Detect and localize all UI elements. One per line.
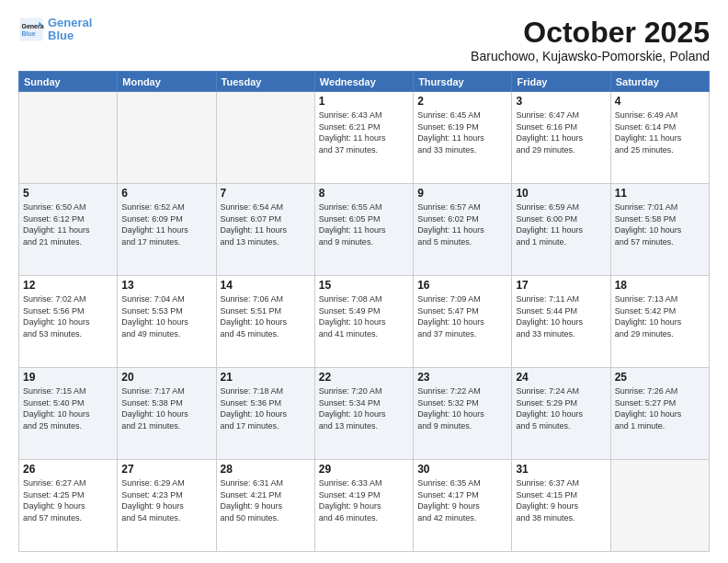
calendar-day-7: 7Sunrise: 6:54 AM Sunset: 6:07 PM Daylig… [216, 184, 314, 276]
svg-rect-0 [19, 18, 42, 41]
day-number: 5 [23, 187, 113, 200]
day-info: Sunrise: 7:26 AM Sunset: 5:27 PM Dayligh… [615, 385, 705, 431]
day-info: Sunrise: 7:06 AM Sunset: 5:51 PM Dayligh… [221, 293, 311, 339]
day-info: Sunrise: 6:57 AM Sunset: 6:02 PM Dayligh… [417, 201, 507, 247]
day-number: 19 [23, 371, 113, 384]
calendar-week-row: 1Sunrise: 6:43 AM Sunset: 6:21 PM Daylig… [19, 92, 710, 184]
calendar-day-9: 9Sunrise: 6:57 AM Sunset: 6:02 PM Daylig… [414, 184, 512, 276]
logo-text: General Blue [48, 17, 92, 43]
day-number: 10 [516, 187, 606, 200]
calendar-day-6: 6Sunrise: 6:52 AM Sunset: 6:09 PM Daylig… [118, 184, 216, 276]
calendar-day-11: 11Sunrise: 7:01 AM Sunset: 5:58 PM Dayli… [610, 184, 709, 276]
day-number: 13 [121, 279, 211, 292]
calendar-day-13: 13Sunrise: 7:04 AM Sunset: 5:53 PM Dayli… [118, 276, 216, 368]
day-number: 11 [615, 187, 705, 200]
calendar-day-16: 16Sunrise: 7:09 AM Sunset: 5:47 PM Dayli… [414, 276, 512, 368]
weekday-header-monday: Monday [118, 72, 216, 92]
day-info: Sunrise: 7:04 AM Sunset: 5:53 PM Dayligh… [121, 293, 211, 339]
day-number: 30 [417, 463, 507, 476]
day-info: Sunrise: 7:11 AM Sunset: 5:44 PM Dayligh… [516, 293, 606, 339]
calendar-day-26: 26Sunrise: 6:27 AM Sunset: 4:25 PM Dayli… [19, 460, 118, 552]
day-info: Sunrise: 6:37 AM Sunset: 4:15 PM Dayligh… [516, 477, 606, 523]
day-number: 22 [319, 371, 409, 384]
day-info: Sunrise: 6:54 AM Sunset: 6:07 PM Dayligh… [221, 201, 311, 247]
calendar-day-30: 30Sunrise: 6:35 AM Sunset: 4:17 PM Dayli… [414, 460, 512, 552]
weekday-header-friday: Friday [512, 72, 610, 92]
weekday-header-sunday: Sunday [19, 72, 118, 92]
calendar-day-5: 5Sunrise: 6:50 AM Sunset: 6:12 PM Daylig… [19, 184, 118, 276]
calendar-day-15: 15Sunrise: 7:08 AM Sunset: 5:49 PM Dayli… [314, 276, 413, 368]
day-info: Sunrise: 6:50 AM Sunset: 6:12 PM Dayligh… [23, 201, 113, 247]
calendar-day-10: 10Sunrise: 6:59 AM Sunset: 6:00 PM Dayli… [512, 184, 610, 276]
day-number: 9 [417, 187, 507, 200]
day-info: Sunrise: 6:33 AM Sunset: 4:19 PM Dayligh… [319, 477, 409, 523]
day-info: Sunrise: 7:17 AM Sunset: 5:38 PM Dayligh… [121, 385, 211, 431]
title-block: October 2025 Baruchowo, Kujawsko-Pomorsk… [471, 17, 710, 63]
day-info: Sunrise: 6:29 AM Sunset: 4:23 PM Dayligh… [121, 477, 211, 523]
day-number: 24 [516, 371, 606, 384]
day-number: 7 [221, 187, 311, 200]
calendar-day-18: 18Sunrise: 7:13 AM Sunset: 5:42 PM Dayli… [610, 276, 709, 368]
day-number: 3 [516, 95, 606, 108]
day-number: 16 [417, 279, 507, 292]
calendar-week-row: 26Sunrise: 6:27 AM Sunset: 4:25 PM Dayli… [19, 460, 710, 552]
day-number: 25 [615, 371, 705, 384]
day-number: 17 [516, 279, 606, 292]
calendar-day-12: 12Sunrise: 7:02 AM Sunset: 5:56 PM Dayli… [19, 276, 118, 368]
calendar-week-row: 5Sunrise: 6:50 AM Sunset: 6:12 PM Daylig… [19, 184, 710, 276]
calendar-day-1: 1Sunrise: 6:43 AM Sunset: 6:21 PM Daylig… [314, 92, 413, 184]
day-number: 20 [121, 371, 211, 384]
day-number: 15 [319, 279, 409, 292]
weekday-header-row: SundayMondayTuesdayWednesdayThursdayFrid… [19, 72, 710, 92]
day-info: Sunrise: 7:13 AM Sunset: 5:42 PM Dayligh… [615, 293, 705, 339]
day-info: Sunrise: 7:24 AM Sunset: 5:29 PM Dayligh… [516, 385, 606, 431]
calendar-day-20: 20Sunrise: 7:17 AM Sunset: 5:38 PM Dayli… [118, 368, 216, 460]
day-number: 21 [221, 371, 311, 384]
day-info: Sunrise: 6:27 AM Sunset: 4:25 PM Dayligh… [23, 477, 113, 523]
weekday-header-tuesday: Tuesday [216, 72, 314, 92]
day-number: 29 [319, 463, 409, 476]
weekday-header-wednesday: Wednesday [314, 72, 413, 92]
calendar-day-24: 24Sunrise: 7:24 AM Sunset: 5:29 PM Dayli… [512, 368, 610, 460]
calendar-day-19: 19Sunrise: 7:15 AM Sunset: 5:40 PM Dayli… [19, 368, 118, 460]
calendar-day-29: 29Sunrise: 6:33 AM Sunset: 4:19 PM Dayli… [314, 460, 413, 552]
calendar-day-14: 14Sunrise: 7:06 AM Sunset: 5:51 PM Dayli… [216, 276, 314, 368]
page: General Blue General Blue October 2025 B… [0, 0, 728, 563]
calendar-day-23: 23Sunrise: 7:22 AM Sunset: 5:32 PM Dayli… [414, 368, 512, 460]
weekday-header-thursday: Thursday [414, 72, 512, 92]
month-title: October 2025 [471, 17, 710, 49]
day-number: 27 [121, 463, 211, 476]
day-info: Sunrise: 7:02 AM Sunset: 5:56 PM Dayligh… [23, 293, 113, 339]
day-info: Sunrise: 7:08 AM Sunset: 5:49 PM Dayligh… [319, 293, 409, 339]
day-info: Sunrise: 7:15 AM Sunset: 5:40 PM Dayligh… [23, 385, 113, 431]
day-number: 12 [23, 279, 113, 292]
calendar-day-4: 4Sunrise: 6:49 AM Sunset: 6:14 PM Daylig… [610, 92, 709, 184]
day-info: Sunrise: 6:31 AM Sunset: 4:21 PM Dayligh… [221, 477, 311, 523]
day-number: 4 [615, 95, 705, 108]
day-info: Sunrise: 7:20 AM Sunset: 5:34 PM Dayligh… [319, 385, 409, 431]
logo-icon: General Blue [18, 17, 44, 42]
calendar-empty [610, 460, 709, 552]
calendar-day-3: 3Sunrise: 6:47 AM Sunset: 6:16 PM Daylig… [512, 92, 610, 184]
day-number: 26 [23, 463, 113, 476]
day-number: 23 [417, 371, 507, 384]
day-info: Sunrise: 6:59 AM Sunset: 6:00 PM Dayligh… [516, 201, 606, 247]
header: General Blue General Blue October 2025 B… [18, 17, 710, 63]
calendar-day-8: 8Sunrise: 6:55 AM Sunset: 6:05 PM Daylig… [314, 184, 413, 276]
calendar-day-31: 31Sunrise: 6:37 AM Sunset: 4:15 PM Dayli… [512, 460, 610, 552]
day-info: Sunrise: 6:35 AM Sunset: 4:17 PM Dayligh… [417, 477, 507, 523]
calendar-empty [216, 92, 314, 184]
day-number: 1 [319, 95, 409, 108]
day-info: Sunrise: 7:09 AM Sunset: 5:47 PM Dayligh… [417, 293, 507, 339]
day-number: 18 [615, 279, 705, 292]
day-number: 8 [319, 187, 409, 200]
calendar-empty [118, 92, 216, 184]
calendar-day-22: 22Sunrise: 7:20 AM Sunset: 5:34 PM Dayli… [314, 368, 413, 460]
day-info: Sunrise: 7:18 AM Sunset: 5:36 PM Dayligh… [221, 385, 311, 431]
calendar-empty [19, 92, 118, 184]
day-number: 31 [516, 463, 606, 476]
calendar-day-21: 21Sunrise: 7:18 AM Sunset: 5:36 PM Dayli… [216, 368, 314, 460]
day-info: Sunrise: 6:45 AM Sunset: 6:19 PM Dayligh… [417, 109, 507, 155]
day-number: 6 [121, 187, 211, 200]
location-subtitle: Baruchowo, Kujawsko-Pomorskie, Poland [471, 49, 710, 63]
